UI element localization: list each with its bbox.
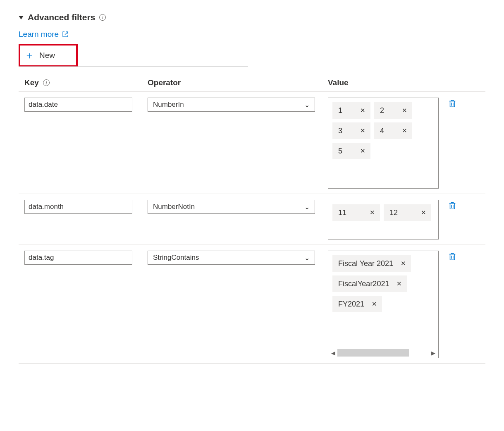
remove-chip-icon[interactable]: ✕ [402,107,407,114]
section-title: Advanced filters [28,12,95,22]
chevron-down-icon: ⌄ [304,101,310,109]
filter-row: StringContains ⌄ Fiscal Year 2021✕ Fisca… [19,245,485,364]
new-button-label: New [39,51,55,60]
scroll-track[interactable] [337,349,429,357]
remove-chip-icon[interactable]: ✕ [360,107,365,114]
value-chip: 5✕ [332,143,370,159]
filter-row: NumberNotIn ⌄ 11✕ 12✕ [19,194,485,245]
value-chip-box[interactable]: 1✕ 2✕ 3✕ 4✕ 5✕ [328,98,439,189]
value-chip: 11✕ [332,204,380,221]
value-chip: Fiscal Year 2021✕ [332,255,411,272]
key-input[interactable] [24,251,132,265]
value-chip: 2✕ [374,102,412,119]
key-input[interactable] [24,98,132,112]
collapse-toggle-icon[interactable] [19,16,24,19]
value-chip: 12✕ [384,204,431,221]
delete-row-button[interactable] [448,201,457,211]
remove-chip-icon[interactable]: ✕ [360,147,365,155]
value-chip-box[interactable]: 11✕ 12✕ [328,200,439,239]
header-key: Key i [24,78,148,87]
filter-row: NumberIn ⌄ 1✕ 2✕ 3✕ 4✕ 5✕ [19,92,485,194]
toolbar-divider [19,66,248,67]
header-operator: Operator [148,78,328,87]
delete-row-button[interactable] [448,251,457,261]
plus-icon: ＋ [24,50,34,60]
header-operator-label: Operator [148,78,181,87]
learn-more-label: Learn more [19,30,59,39]
key-input[interactable] [24,200,132,214]
learn-more-link[interactable]: Learn more [19,30,69,39]
remove-chip-icon[interactable]: ✕ [397,280,402,287]
operator-value: StringContains [153,254,199,262]
scroll-left-icon[interactable]: ◀ [329,350,337,356]
value-chip: FiscalYear2021✕ [332,275,407,292]
header-value: Value [328,78,485,87]
chevron-down-icon: ⌄ [304,254,310,262]
value-chip: 4✕ [374,122,412,139]
value-chip-box[interactable]: Fiscal Year 2021✕ FiscalYear2021✕ FY2021… [328,251,439,358]
section-header: Advanced filters i [19,12,485,22]
remove-chip-icon[interactable]: ✕ [401,260,406,267]
operator-select[interactable]: NumberIn ⌄ [148,98,315,112]
new-button[interactable]: ＋ New [20,50,76,60]
external-link-icon [62,31,69,38]
operator-value: NumberNotIn [153,203,195,211]
operator-select[interactable]: StringContains ⌄ [148,251,315,265]
remove-chip-icon[interactable]: ✕ [372,300,377,308]
scroll-thumb[interactable] [337,349,409,357]
highlight-annotation: ＋ New [19,44,78,67]
column-headers: Key i Operator Value [19,72,485,92]
remove-chip-icon[interactable]: ✕ [360,127,365,134]
operator-value: NumberIn [153,101,184,109]
value-chip: 1✕ [332,102,370,119]
info-icon[interactable]: i [99,14,106,21]
header-value-label: Value [328,78,349,87]
value-chip: FY2021✕ [332,296,382,312]
remove-chip-icon[interactable]: ✕ [402,127,407,134]
horizontal-scrollbar[interactable]: ◀ ▶ [329,349,437,357]
delete-row-button[interactable] [448,98,457,108]
chevron-down-icon: ⌄ [304,203,310,211]
remove-chip-icon[interactable]: ✕ [421,209,426,216]
remove-chip-icon[interactable]: ✕ [370,209,375,216]
operator-select[interactable]: NumberNotIn ⌄ [148,200,315,214]
scroll-right-icon[interactable]: ▶ [429,350,437,356]
info-icon[interactable]: i [43,79,50,86]
header-key-label: Key [24,78,39,87]
value-chip: 3✕ [332,122,370,139]
